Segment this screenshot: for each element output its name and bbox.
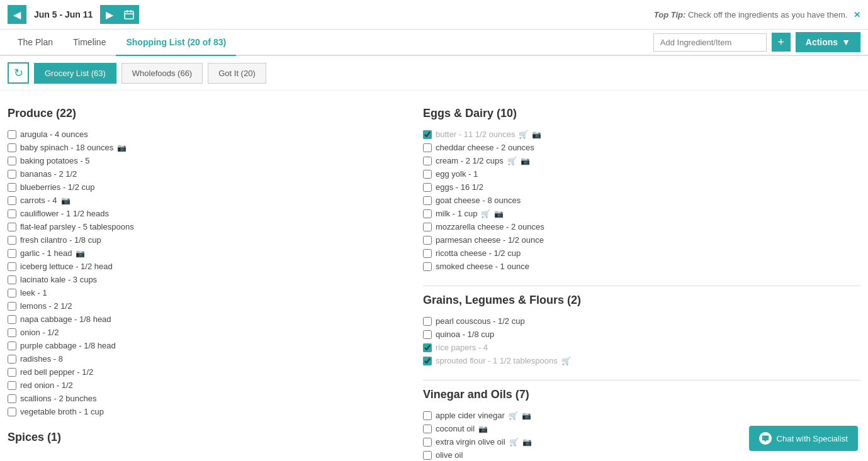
- chat-specialist-button[interactable]: Chat with Specialist: [749, 426, 858, 451]
- item-checkbox[interactable]: [8, 262, 16, 271]
- list-item: blueberries - 1/2 cup: [8, 181, 398, 194]
- chat-icon: [759, 432, 772, 445]
- grains-section-title: Grains, Legumes & Flours (2): [423, 294, 860, 307]
- cart-icon: 🛒: [561, 357, 571, 365]
- item-checkbox[interactable]: [423, 262, 432, 271]
- item-checkbox[interactable]: [423, 183, 432, 192]
- item-checkbox[interactable]: [8, 289, 16, 297]
- got-it-filter-button[interactable]: Got It (20): [208, 63, 266, 84]
- list-item: apple cider vinegar 🛒📷: [423, 409, 860, 422]
- item-checkbox[interactable]: [423, 170, 432, 179]
- item-checkbox[interactable]: [8, 223, 16, 231]
- item-checkbox[interactable]: [8, 170, 16, 179]
- camera-icon: 📷: [76, 249, 85, 258]
- item-checkbox[interactable]: [8, 394, 16, 403]
- list-item: quinoa - 1/8 cup: [423, 328, 860, 341]
- cart-icon: 🛒: [509, 438, 519, 447]
- list-item: carrots - 4 📷: [8, 194, 398, 207]
- list-item: bananas - 2 1/2: [8, 167, 398, 181]
- grocery-list-filter-button[interactable]: Grocery List (63): [34, 63, 116, 84]
- section-divider: [423, 286, 860, 286]
- vinegar-section-title: Vinegar and Oils (7): [423, 388, 860, 401]
- list-item: goat cheese - 8 ounces: [423, 194, 860, 207]
- prev-week-button[interactable]: ◀: [8, 5, 26, 24]
- cart-icon: 🛒: [507, 157, 517, 165]
- item-checkbox[interactable]: [423, 425, 432, 433]
- tab-shopping-list[interactable]: Shopping List (20 of 83): [116, 30, 236, 56]
- refresh-button[interactable]: ↻: [8, 62, 29, 84]
- close-tip-button[interactable]: ✕: [854, 10, 860, 19]
- camera-icon: 📷: [61, 196, 70, 205]
- list-item: vegetable broth - 1 cup: [8, 405, 398, 418]
- calendar-button[interactable]: [119, 5, 139, 24]
- next-week-button[interactable]: ▶: [100, 5, 119, 24]
- list-item: napa cabbage - 1/8 head: [8, 313, 398, 326]
- item-checkbox[interactable]: [423, 196, 432, 205]
- shopping-list-count: (20 of 83): [188, 37, 226, 47]
- list-item: eggs - 16 1/2: [423, 181, 860, 194]
- main-content: Produce (22) arugula - 4 ounces baby spi…: [0, 91, 868, 461]
- cart-icon: 🛒: [509, 411, 518, 420]
- item-checkbox[interactable]: [8, 249, 16, 258]
- list-item: pearl couscous - 1/2 cup: [423, 314, 860, 328]
- list-item: cream - 2 1/2 cups 🛒📷: [423, 154, 860, 167]
- item-checkbox[interactable]: [423, 157, 432, 165]
- item-checkbox[interactable]: [423, 438, 432, 447]
- actions-button[interactable]: Actions ▼: [796, 32, 860, 52]
- add-ingredient-button[interactable]: +: [772, 33, 791, 52]
- item-checkbox[interactable]: [423, 223, 432, 231]
- item-checkbox[interactable]: [8, 183, 16, 192]
- produce-section-title: Produce (22): [8, 107, 398, 120]
- list-item: baby spinach - 18 ounces 📷: [8, 141, 398, 154]
- item-checkbox[interactable]: [8, 130, 16, 139]
- camera-icon: 📷: [521, 157, 530, 165]
- item-checkbox[interactable]: [8, 302, 16, 311]
- list-item: scallions - 2 bunches: [8, 392, 398, 405]
- item-checkbox[interactable]: [423, 411, 432, 420]
- cart-icon: 🛒: [519, 130, 528, 139]
- tip-text: Check off the ingredients as you have th…: [688, 10, 847, 19]
- left-column: Produce (22) arugula - 4 ounces baby spi…: [8, 101, 398, 461]
- item-checkbox[interactable]: [423, 343, 432, 352]
- list-item: purple cabbage - 1/8 head: [8, 339, 398, 352]
- item-checkbox[interactable]: [423, 209, 432, 218]
- item-checkbox[interactable]: [8, 143, 16, 152]
- item-checkbox[interactable]: [8, 236, 16, 245]
- item-checkbox[interactable]: [8, 196, 16, 205]
- item-checkbox[interactable]: [423, 317, 432, 326]
- top-bar: ◀ Jun 5 - Jun 11 ▶ Top Tip: Check off th…: [0, 0, 868, 30]
- item-checkbox[interactable]: [423, 330, 432, 339]
- camera-icon: 📷: [494, 209, 504, 218]
- item-checkbox[interactable]: [8, 342, 16, 350]
- nav-actions: + Actions ▼: [653, 32, 860, 52]
- item-checkbox[interactable]: [8, 275, 16, 284]
- section-divider: [423, 380, 860, 380]
- item-checkbox[interactable]: [8, 368, 16, 377]
- add-ingredient-input[interactable]: [653, 33, 767, 52]
- item-checkbox[interactable]: [8, 157, 16, 165]
- list-item: fresh cilantro - 1/8 cup: [8, 233, 398, 247]
- item-checkbox[interactable]: [423, 236, 432, 245]
- item-checkbox[interactable]: [8, 408, 16, 416]
- item-checkbox[interactable]: [8, 209, 16, 218]
- item-checkbox[interactable]: [8, 328, 16, 337]
- item-checkbox[interactable]: [423, 130, 432, 139]
- camera-icon: 📷: [522, 438, 532, 447]
- list-item: garlic - 1 head 📷: [8, 247, 398, 260]
- date-range: Jun 5 - Jun 11: [26, 9, 100, 19]
- list-item: flat-leaf parsley - 5 tablespoons: [8, 220, 398, 233]
- item-checkbox[interactable]: [423, 451, 432, 460]
- list-item: lemons - 2 1/2: [8, 299, 398, 313]
- wholefoods-filter-button[interactable]: Wholefoods (66): [121, 63, 203, 84]
- item-checkbox[interactable]: [8, 355, 16, 364]
- item-checkbox[interactable]: [423, 249, 432, 258]
- tab-the-plan[interactable]: The Plan: [8, 30, 63, 56]
- item-checkbox[interactable]: [8, 315, 16, 324]
- item-checkbox[interactable]: [423, 357, 432, 365]
- item-checkbox[interactable]: [423, 143, 432, 152]
- tab-timeline[interactable]: Timeline: [63, 30, 116, 56]
- tip-label: Top Tip:: [654, 10, 686, 19]
- item-checkbox[interactable]: [8, 381, 16, 390]
- list-item: radishes - 8: [8, 352, 398, 365]
- list-item: ricotta cheese - 1/2 cup: [423, 247, 860, 260]
